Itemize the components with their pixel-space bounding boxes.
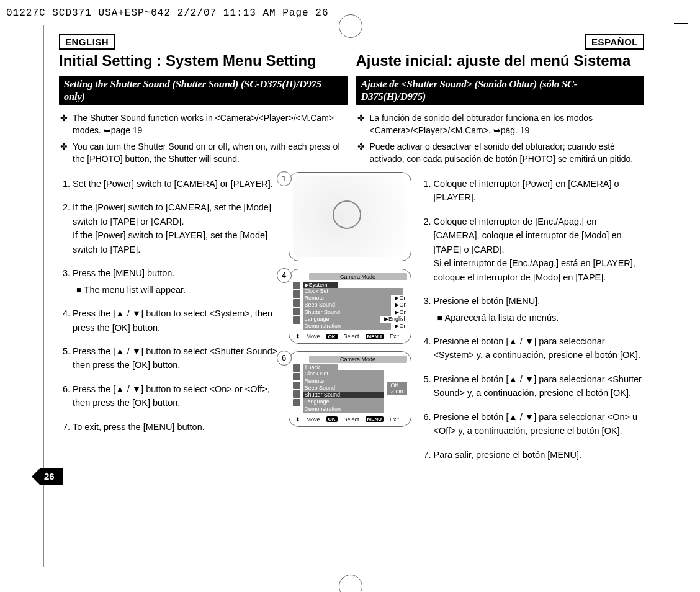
page-number-badge: 26: [40, 468, 63, 488]
osd6-mode: Camera Mode: [309, 356, 407, 363]
camcorder-illustration: [293, 176, 407, 257]
step-en-2: If the [Power] switch to [CAMERA], set t…: [73, 200, 284, 256]
ok-key: OK: [326, 334, 338, 339]
osd6-item: Demonstration: [303, 406, 385, 413]
osd4-item: Beep Sound: [303, 302, 392, 308]
camcorder-icon: [293, 299, 300, 307]
figure-1-number: 1: [277, 171, 292, 186]
section-bar-es: Ajuste de <Shutter Sound> (Sonido Obtur)…: [356, 76, 645, 105]
substep-es-3: Aparecerá la lista de menús.: [437, 311, 645, 325]
figure-4: 4 Camera Mode ▶SystemClock SetRemot: [289, 269, 411, 344]
figure-column: 1 4 Camera Mode: [289, 265, 411, 427]
foot-move: Move: [307, 333, 320, 339]
power-dial-icon: [333, 200, 361, 229]
osd6-option: ✓On: [387, 388, 406, 395]
foot-exit: Exit: [390, 416, 399, 423]
osd-menu-6: Camera Mode †BackClock SetRemoteBeep Sou…: [293, 356, 407, 423]
page-number: 26: [44, 471, 55, 482]
substep-en-3: The menu list will appear.: [76, 283, 284, 297]
bullet-en-2: You can turn the Shutter Sound on or off…: [59, 140, 348, 166]
osd4-value: ▶On: [395, 323, 406, 330]
move-key-icon: ⬍: [295, 416, 300, 423]
crop-mark-icon: [670, 24, 688, 41]
camera-icon: [293, 282, 300, 289]
step-en-7: To exit, press the [MENU] button.: [73, 420, 284, 434]
registration-mark-icon: [339, 575, 362, 592]
osd6-item: Beep Sound: [303, 385, 385, 392]
osd6-back: †Back: [303, 364, 338, 370]
title-es: Ajuste inicial: ajuste del menú Sistema: [356, 52, 645, 70]
osd4-mode: Camera Mode: [309, 273, 407, 280]
osd4-item: Shutter Sound: [303, 309, 392, 316]
osd4-item: Remote: [303, 295, 392, 302]
step-es-6: Presione el botón [▲ / ▼] para seleccion…: [434, 410, 645, 438]
step-en-3: Press the [MENU] button. The menu list w…: [73, 266, 284, 297]
step-es-3: Presione el botón [MENU]. Aparecerá la l…: [434, 294, 645, 325]
camcorder-icon: [293, 382, 300, 389]
osd6-item: Remote: [303, 378, 385, 385]
osd6-item: Language: [303, 398, 385, 405]
tape-icon: [293, 308, 300, 315]
hand-icon: [293, 373, 300, 380]
title-en: Initial Setting : System Menu Setting: [59, 52, 348, 70]
figure-4-number: 4: [277, 268, 292, 283]
osd4-value: ▶On: [395, 295, 406, 302]
menu-key: MENU: [366, 334, 384, 339]
osd4-value: ▶On: [395, 309, 406, 316]
figure-1: 1: [289, 172, 411, 261]
figure-6: 6 Camera Mode †BackClock SetRemoteB: [289, 351, 411, 427]
camera-icon: [293, 364, 300, 372]
step-es-2: Coloque el interruptor de [Enc./Apag.] e…: [434, 215, 645, 284]
step-en-6: Press the [▲ / ▼] button to select <On> …: [73, 382, 284, 410]
move-key-icon: ⬍: [295, 333, 300, 339]
osd4-item: Clock Set: [303, 288, 403, 295]
osd6-item: Shutter Sound: [303, 392, 385, 398]
step-es-7: Para salir, presione el botón [MENU].: [434, 448, 645, 462]
step-es-1: Coloque el interruptor [Power] en [CAMER…: [434, 177, 645, 205]
tape-icon: [293, 390, 300, 398]
osd4-tab: ▶System: [303, 282, 338, 288]
steps-english: Set the [Power] switch to [CAMERA] or [P…: [59, 172, 284, 444]
step-en-5: Press the [▲ / ▼] button to select <Shut…: [73, 344, 284, 372]
gear-icon: [293, 399, 300, 406]
osd-menu-4: Camera Mode ▶SystemClock SetRemote▶OnBee…: [293, 273, 407, 340]
column-spanish: Ajuste inicial: ajuste del menú Sistema …: [352, 50, 645, 172]
section-bar-en: Setting the Shutter Sound (Shutter Sound…: [59, 76, 348, 105]
step-es-4: Presione el botón [▲ / ▼] para seleccion…: [434, 334, 645, 362]
hand-icon: [293, 290, 300, 298]
foot-select: Select: [344, 333, 359, 339]
foot-exit: Exit: [390, 333, 399, 339]
page-frame: ENGLISH ESPAÑOL Initial Setting : System…: [43, 25, 657, 567]
osd4-value: ▶On: [395, 302, 406, 308]
steps-spanish: Coloque el interruptor [Power] en [CAMER…: [416, 172, 645, 472]
language-tag-english: ENGLISH: [59, 34, 115, 50]
step-en-4: Press the [▲ / ▼] button to select <Syst…: [73, 307, 284, 334]
bullet-es-2: Puede activar o desactivar el sonido del…: [356, 140, 645, 166]
figure-6-number: 6: [277, 351, 292, 366]
gear-icon: [293, 316, 300, 324]
language-tag-spanish: ESPAÑOL: [585, 34, 644, 50]
bullet-es-1: La función de sonido del obturador funci…: [356, 112, 645, 137]
osd4-item: Language: [303, 316, 380, 323]
step-en-1: Set the [Power] switch to [CAMERA] or [P…: [73, 177, 284, 191]
ok-key: OK: [326, 416, 338, 422]
osd6-option: Off: [387, 382, 406, 388]
step-es-5: Presione el botón [▲ / ▼] para seleccion…: [434, 372, 645, 400]
osd4-item: Demonstration: [303, 323, 392, 330]
column-english: Initial Setting : System Menu Setting Se…: [59, 50, 348, 172]
osd4-value: ▶English: [384, 316, 407, 323]
osd6-item: Clock Set: [303, 370, 385, 377]
foot-select: Select: [344, 416, 359, 423]
foot-move: Move: [307, 416, 320, 423]
bullet-en-1: The Shutter Sound function works in <Cam…: [59, 112, 348, 137]
menu-key: MENU: [366, 416, 384, 422]
